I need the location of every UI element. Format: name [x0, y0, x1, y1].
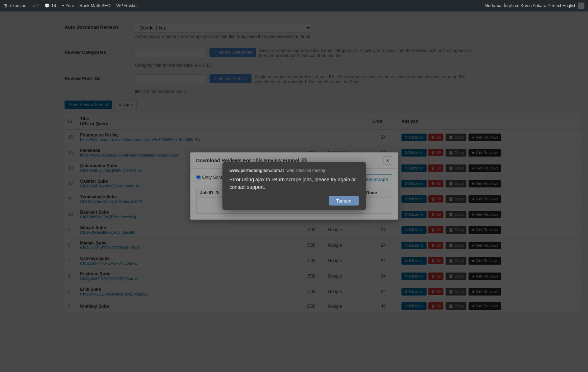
admin-bar-notifications[interactable]: ○ 2 — [32, 3, 39, 8]
alert-title-bar: www.perfectenglish.com.tr web sitesinin … — [230, 168, 359, 173]
alert-message: Error using ajax to return scrape jobs, … — [230, 176, 359, 191]
alert-domain: www.perfectenglish.com.tr — [230, 168, 284, 173]
admin-bar-user: Merhaba, İngilizce Kursu Ankara Perfect … — [484, 3, 584, 9]
admin-bar-comments[interactable]: 💬 14 — [44, 3, 56, 8]
user-avatar — [578, 3, 584, 9]
admin-bar-courses[interactable]: ⊞ e-kursları — [4, 3, 27, 8]
comment-icon: 💬 — [44, 3, 50, 8]
admin-bar-new[interactable]: + Yeni — [62, 3, 74, 8]
grid-icon: ⊞ — [4, 3, 7, 8]
admin-bar-rankmath[interactable]: Rank Math SEO — [79, 3, 110, 8]
admin-bar-wprocket[interactable]: WP Rocket — [116, 3, 138, 8]
admin-bar: ⊞ e-kursları ○ 2 💬 14 + Yeni Rank Math S… — [0, 0, 588, 11]
alert-title-text: web sitesinin mesajı — [286, 168, 325, 173]
circle-icon: ○ — [32, 3, 35, 8]
alert-dialog: www.perfectenglish.com.tr web sitesinin … — [222, 162, 366, 210]
alert-ok-button[interactable]: Tamam — [329, 196, 359, 206]
